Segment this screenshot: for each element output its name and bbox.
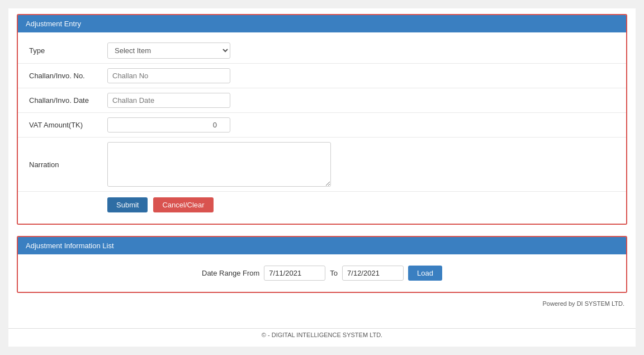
challan-no-label: Challan/Invo. No.: [29, 72, 107, 80]
button-row: Submit Cancel/Clear: [18, 192, 626, 218]
date-range-from-label: Date Range From: [202, 269, 259, 277]
vat-amount-input[interactable]: [107, 117, 230, 132]
narration-textarea[interactable]: [107, 142, 331, 187]
adjustment-entry-title: Adjustment Entry: [26, 20, 81, 28]
adjustment-list-panel: Adjustment Information List Date Range F…: [17, 236, 627, 293]
load-button[interactable]: Load: [408, 266, 442, 281]
adjustment-entry-body: Type Select Item Type 1 Type 2 Type 3 Ch…: [18, 32, 626, 224]
date-range-to-label: To: [330, 269, 338, 277]
adjustment-list-title: Adjustment Information List: [26, 242, 114, 250]
submit-button[interactable]: Submit: [107, 197, 148, 212]
narration-label: Narration: [29, 160, 107, 169]
powered-by: Powered by DI SYSTEM LTD.: [8, 299, 636, 307]
challan-no-input[interactable]: [107, 68, 230, 83]
vat-amount-row: VAT Amount(TK): [18, 113, 626, 138]
adjustment-entry-header: Adjustment Entry: [18, 15, 626, 32]
challan-date-label: Challan/Invo. Date: [29, 96, 107, 105]
type-row: Type Select Item Type 1 Type 2 Type 3: [18, 38, 626, 64]
date-range-row: Date Range From To Load: [18, 260, 626, 286]
challan-date-row: Challan/Invo. Date: [18, 88, 626, 113]
footer-copyright: © - DIGITAL INTELLIGENCE SYSTEM LTD.: [8, 328, 636, 341]
type-label: Type: [29, 46, 107, 55]
date-to-input[interactable]: [342, 266, 404, 281]
narration-row: Narration: [18, 138, 626, 192]
challan-no-row: Challan/Invo. No.: [18, 64, 626, 88]
type-select[interactable]: Select Item Type 1 Type 2 Type 3: [107, 42, 230, 59]
vat-amount-label: VAT Amount(TK): [29, 121, 107, 129]
cancel-button[interactable]: Cancel/Clear: [153, 197, 213, 212]
challan-date-input[interactable]: [107, 93, 230, 108]
adjustment-entry-panel: Adjustment Entry Type Select Item Type 1…: [17, 14, 627, 225]
adjustment-list-body: Date Range From To Load: [18, 254, 626, 292]
date-from-input[interactable]: [264, 266, 325, 281]
adjustment-list-header: Adjustment Information List: [18, 237, 626, 254]
